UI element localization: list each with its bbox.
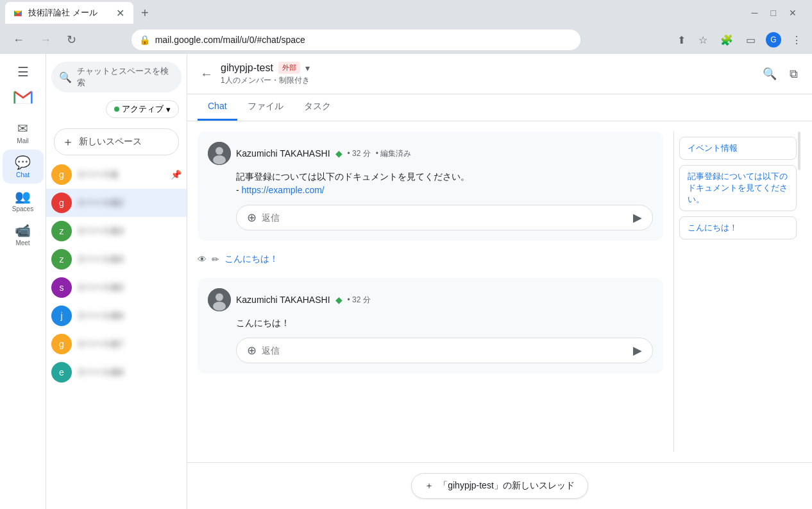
dropdown-icon[interactable]: ▾ [305,63,310,73]
tab-bar: 技術評論社 メール ✕ + ─ □ ✕ [0,0,812,26]
header-actions: 🔍 ⧉ [759,63,802,85]
menu-icon[interactable]: ⋮ [789,31,804,49]
active-tab[interactable]: 技術評論社 メール ✕ [5,2,133,24]
spaces-search[interactable]: 🔍 チャットとスペースを検索 [51,62,182,92]
search-chat-button[interactable]: 🔍 [759,63,781,85]
mail-icon: ✉ [17,121,28,136]
space-name-4: スペース名4 [77,254,182,265]
sidebar-toggle-icon[interactable]: ▭ [743,31,758,49]
new-space-button[interactable]: ＋ 新しいスペース [54,128,179,155]
space-name-2: スペース名2 [77,197,182,209]
bookmark-icon[interactable]: ☆ [696,31,710,49]
main-chat: ← gihypjp-test 外部 ▾ 1人のメンバー・制限付き 🔍 ⧉ Cha… [187,54,812,509]
chat-header: ← gihypjp-test 外部 ▾ 1人のメンバー・制限付き 🔍 ⧉ [187,54,812,94]
maximize-button[interactable]: □ [768,5,779,21]
chat-subtitle: 1人のメンバー・制限付き [221,75,754,86]
minimize-button[interactable]: ─ [749,5,761,21]
tab-files[interactable]: ファイル [237,94,294,121]
new-thread-area: ＋ 「gihypjp-test」の新しいスレッド [187,462,812,509]
space-item-1[interactable]: g スペース名 📌 [46,160,187,189]
sidebar-item-chat[interactable]: 💬 Chat [3,150,44,184]
status-area: アクティブ ▾ [46,98,187,123]
space-name-3: スペース名3 [77,225,182,237]
gmail-logo [13,87,33,108]
reply-box-1: ⊕ ▶ [236,205,653,230]
space-item-7[interactable]: g スペース名7 [46,330,187,358]
sidebar-item-meet[interactable]: 📹 Meet [3,218,44,252]
new-thread-button[interactable]: ＋ 「gihypjp-test」の新しいスレッド [411,473,588,499]
hamburger-menu[interactable]: ☰ [12,59,34,85]
spaces-list-panel: 🔍 チャットとスペースを検索 アクティブ ▾ ＋ 新しいスペース g スペース名… [46,54,187,509]
verified-icon-1: ◆ [335,148,343,159]
window-controls: ─ □ ✕ [749,5,807,21]
reply-send-1[interactable]: ▶ [633,211,642,225]
chat-title-row: gihypjp-test 外部 ▾ [221,62,754,74]
verified-icon-2: ◆ [335,295,343,305]
status-dot [114,107,119,112]
messages-main: Kazumichi TAKAHASHI ◆ • 32 分 • 編集済み 記事登録… [198,132,663,452]
panel-card-3[interactable]: こんにちは！ [679,216,797,239]
extensions-icon[interactable]: 🧩 [718,31,736,49]
space-avatar-4: z [51,249,72,270]
chat-tabs: Chat ファイル タスク [187,94,812,121]
space-avatar-6: j [51,306,72,326]
tab-tasks[interactable]: タスク [294,94,341,121]
message-edited-1: • 編集済み [376,148,412,159]
address-bar-right: ⬆ ☆ 🧩 ▭ G ⋮ [675,31,804,49]
edit-icon[interactable]: ✏ [212,254,219,264]
reply-plus-2[interactable]: ⊕ [247,343,257,358]
reply-input-2[interactable] [262,345,628,356]
space-item-5[interactable]: s スペース名5 [46,273,187,302]
space-avatar-5: s [51,277,72,298]
tab-close-button[interactable]: ✕ [115,6,126,21]
space-item-3[interactable]: z スペース名3 [46,217,187,245]
tab-favicon [13,8,23,18]
pip-button[interactable]: ⧉ [786,64,802,85]
message-header-2: Kazumichi TAKAHASHI ◆ • 32 分 [208,288,653,311]
account-avatar[interactable]: G [766,32,781,47]
space-item-6[interactable]: j スペース名6 [46,302,187,330]
message-header-1: Kazumichi TAKAHASHI ◆ • 32 分 • 編集済み [208,142,653,165]
thread-label-row: 👁 ✏ こんにちは！ [198,251,663,268]
forward-button[interactable]: → [35,31,56,49]
space-item-8[interactable]: e スペース名8 [46,358,187,386]
url-text: mail.google.com/mail/u/0/#chat/space [155,35,305,45]
app: ☰ ✉ Mail 💬 Chat 👥 Spaces 📹 Meet [0,54,812,509]
tab-title: 技術評論社 メール [28,7,110,19]
sidebar-logo[interactable]: ☰ [12,59,34,110]
message-link-1[interactable]: https://example.com/ [242,185,325,195]
back-button-chat[interactable]: ← [198,64,216,84]
space-item-2[interactable]: g スペース名2 [46,189,187,217]
reply-input-1[interactable] [262,212,628,223]
url-box[interactable]: 🔒 mail.google.com/mail/u/0/#chat/space [131,30,580,50]
space-avatar-7: g [51,334,72,354]
space-name-7: スペース名7 [77,338,182,350]
new-thread-label: 「gihypjp-test」の新しいスレッド [439,480,575,492]
close-button[interactable]: ✕ [786,5,799,21]
message-sender-1: Kazumichi TAKAHASHI [236,148,330,159]
space-avatar-3: z [51,221,72,241]
space-avatar-8: e [51,362,72,383]
back-button[interactable]: ← [8,31,30,49]
spaces-icon: 👥 [15,189,31,204]
hide-icon[interactable]: 👁 [198,254,207,264]
share-icon[interactable]: ⬆ [675,31,688,49]
space-name-8: スペース名8 [77,367,182,378]
status-dropdown-icon: ▾ [166,105,171,114]
tab-chat[interactable]: Chat [198,94,237,121]
pin-icon-1: 📌 [171,169,182,180]
reply-plus-1[interactable]: ⊕ [247,211,257,225]
reply-send-2[interactable]: ▶ [633,343,642,358]
status-button[interactable]: アクティブ ▾ [106,100,179,118]
scrollbar[interactable] [798,132,800,170]
message-sender-2: Kazumichi TAKAHASHI [236,295,330,305]
sidebar-item-mail[interactable]: ✉ Mail [3,116,44,150]
sidebar-item-spaces[interactable]: 👥 Spaces [3,184,44,218]
space-name-5: スペース名5 [77,282,182,293]
refresh-button[interactable]: ↻ [62,30,81,49]
space-item-4[interactable]: z スペース名4 [46,245,187,273]
panel-card-2[interactable]: 記事登録については以下のドキュメントを見てください。 [679,165,797,211]
new-tab-button[interactable]: + [136,3,154,23]
panel-card-1[interactable]: イベント情報 [679,137,797,160]
address-bar: ← → ↻ 🔒 mail.google.com/mail/u/0/#chat/s… [0,26,812,54]
